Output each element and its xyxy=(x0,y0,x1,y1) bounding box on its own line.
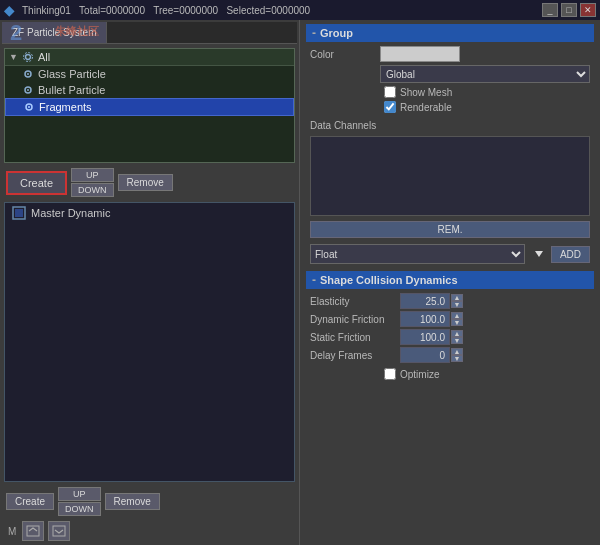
title-total: Total=0000000 xyxy=(79,5,145,16)
icon-btn-2[interactable] xyxy=(48,521,70,541)
bullet-particle-label: Bullet Particle xyxy=(38,84,105,96)
delay-frames-spinner: ▲ ▼ xyxy=(451,348,463,362)
tab-label: ZF Particle System xyxy=(12,27,96,38)
show-mesh-label: Show Mesh xyxy=(400,87,452,98)
data-channels-box xyxy=(310,136,590,216)
title-selected: Selected=0000000 xyxy=(226,5,310,16)
data-channels-label-row: Data Channels xyxy=(306,120,594,131)
list-item-master[interactable]: Master Dynamic xyxy=(5,203,294,223)
float-select[interactable]: Float xyxy=(310,244,525,264)
elasticity-spinner: ▲ ▼ xyxy=(451,294,463,308)
color-swatch[interactable] xyxy=(380,46,460,62)
global-select[interactable]: Global xyxy=(380,65,590,83)
optimize-label: Optimize xyxy=(400,369,439,380)
up-button-bottom[interactable]: UP xyxy=(58,487,101,501)
svg-point-0 xyxy=(25,55,30,60)
tree-item-fragments[interactable]: Fragments xyxy=(5,98,294,116)
renderable-checkbox[interactable] xyxy=(384,101,396,113)
minimize-button[interactable]: _ xyxy=(542,3,558,17)
delay-frames-input[interactable] xyxy=(400,347,450,363)
dynamic-friction-row: Dynamic Friction ▲ ▼ xyxy=(306,311,594,327)
static-friction-row: Static Friction ▲ ▼ xyxy=(306,329,594,345)
all-gear-icon xyxy=(21,51,35,63)
renderable-label: Renderable xyxy=(400,102,452,113)
remove-button-top[interactable]: Remove xyxy=(118,174,173,191)
tab-particle-system[interactable]: ZF Particle System xyxy=(2,22,107,43)
fragments-label: Fragments xyxy=(39,101,92,113)
add-button[interactable]: ADD xyxy=(551,246,590,263)
rem-button[interactable]: REM. xyxy=(310,221,590,238)
rem-add-row: REM. xyxy=(306,218,594,241)
tree-panel: ▼ All Glass Particle xyxy=(4,48,295,163)
collision-section: - Shape Collision Dynamics Elasticity ▲ … xyxy=(306,271,594,383)
collision-header: - Shape Collision Dynamics xyxy=(306,271,594,289)
tree-item-bullet[interactable]: Bullet Particle xyxy=(5,82,294,98)
elasticity-down[interactable]: ▼ xyxy=(451,301,463,308)
dynamic-friction-input[interactable] xyxy=(400,311,450,327)
remove-button-bottom[interactable]: Remove xyxy=(105,493,160,510)
glass-particle-icon xyxy=(21,68,35,80)
static-friction-up[interactable]: ▲ xyxy=(451,330,463,337)
tree-all-label: All xyxy=(38,51,50,63)
dynamic-friction-up[interactable]: ▲ xyxy=(451,312,463,319)
delay-frames-down[interactable]: ▼ xyxy=(451,355,463,362)
master-dynamic-icon xyxy=(11,206,27,220)
app-logo: ◆ xyxy=(4,3,14,18)
delay-frames-row: Delay Frames ▲ ▼ xyxy=(306,347,594,363)
dynamic-friction-label: Dynamic Friction xyxy=(310,314,400,325)
icon-btn-1[interactable] xyxy=(22,521,44,541)
right-panel: - Group Color Global Show Mesh Renderabl… xyxy=(300,20,600,545)
renderable-row: Renderable xyxy=(306,101,594,113)
top-btn-row: Create UP DOWN Remove xyxy=(2,165,297,200)
svg-rect-11 xyxy=(53,526,65,536)
delay-frames-label: Delay Frames xyxy=(310,350,400,361)
tab-bar: ZF Particle System xyxy=(2,22,297,44)
title-thinking: Thinking01 xyxy=(22,5,71,16)
group-header-label: Group xyxy=(320,27,353,39)
m-label: M xyxy=(6,524,18,539)
svg-rect-9 xyxy=(15,209,23,217)
window-controls: _ □ ✕ xyxy=(542,3,596,17)
svg-point-3 xyxy=(27,73,29,75)
group-section-header: - Group xyxy=(306,24,594,42)
up-down-col: UP DOWN xyxy=(71,168,114,197)
group-minus-icon: - xyxy=(312,26,316,40)
down-button-bottom[interactable]: DOWN xyxy=(58,502,101,516)
collision-header-label: Shape Collision Dynamics xyxy=(320,274,458,286)
down-button-top[interactable]: DOWN xyxy=(71,183,114,197)
elasticity-up[interactable]: ▲ xyxy=(451,294,463,301)
optimize-checkbox[interactable] xyxy=(384,368,396,380)
elasticity-label: Elasticity xyxy=(310,296,400,307)
left-panel: ZF Particle System ▼ All xyxy=(0,20,300,545)
fragments-icon xyxy=(22,101,36,113)
title-tree: Tree=0000000 xyxy=(153,5,218,16)
create-button-bottom[interactable]: Create xyxy=(6,493,54,510)
delay-frames-up[interactable]: ▲ xyxy=(451,348,463,355)
title-text: Thinking01 Total=0000000 Tree=0000000 Se… xyxy=(22,5,310,16)
float-add-row: Float ADD xyxy=(306,241,594,267)
glass-particle-label: Glass Particle xyxy=(38,68,106,80)
tree-all-row[interactable]: ▼ All xyxy=(5,49,294,66)
title-bar: ◆ Thinking01 Total=0000000 Tree=0000000 … xyxy=(0,0,600,20)
bullet-particle-icon xyxy=(21,84,35,96)
up-button-top[interactable]: UP xyxy=(71,168,114,182)
tree-item-glass[interactable]: Glass Particle xyxy=(5,66,294,82)
show-mesh-checkbox[interactable] xyxy=(384,86,396,98)
master-dynamic-label: Master Dynamic xyxy=(31,207,110,219)
svg-point-7 xyxy=(28,106,30,108)
collision-minus-icon: - xyxy=(312,273,316,287)
static-friction-label: Static Friction xyxy=(310,332,400,343)
tree-expand-icon: ▼ xyxy=(9,52,18,62)
create-button-top[interactable]: Create xyxy=(6,171,67,195)
float-arrow-icon xyxy=(535,251,543,257)
static-friction-down[interactable]: ▼ xyxy=(451,337,463,344)
static-friction-input[interactable] xyxy=(400,329,450,345)
show-mesh-row: Show Mesh xyxy=(306,86,594,98)
global-row: Global xyxy=(306,65,594,83)
dynamic-friction-down[interactable]: ▼ xyxy=(451,319,463,326)
maximize-button[interactable]: □ xyxy=(561,3,577,17)
elasticity-input[interactable] xyxy=(400,293,450,309)
elasticity-row: Elasticity ▲ ▼ xyxy=(306,293,594,309)
close-button[interactable]: ✕ xyxy=(580,3,596,17)
color-row: Color xyxy=(306,46,594,62)
